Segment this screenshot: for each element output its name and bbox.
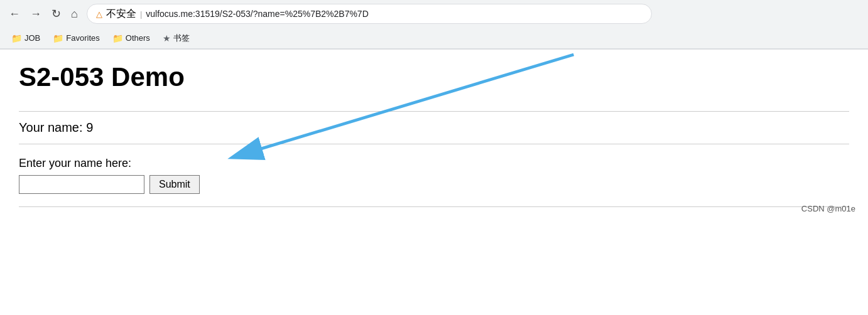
folder-icon: 📁 xyxy=(53,33,63,43)
your-name-section: Your name: 9 xyxy=(19,111,849,144)
page-wrapper: S2-053 Demo Your name: 9 Enter your name… xyxy=(0,50,868,220)
bookmark-shusign-label: 书签 xyxy=(173,33,190,44)
folder-icon: 📁 xyxy=(112,33,123,43)
your-name-value: 9 xyxy=(86,120,93,134)
bookmark-job[interactable]: 📁 JOB xyxy=(6,31,45,45)
folder-icon: 📁 xyxy=(11,33,22,43)
submit-button[interactable]: Submit xyxy=(149,175,200,194)
forward-button[interactable]: → xyxy=(28,6,44,22)
page-title: S2-053 Demo xyxy=(19,62,849,92)
bookmark-others[interactable]: 📁 Others xyxy=(107,31,155,45)
address-separator: | xyxy=(140,9,142,19)
address-text: vulfocus.me:31519/S2-053/?name=%25%7B2%2… xyxy=(146,9,369,19)
home-button[interactable]: ⌂ xyxy=(68,6,80,22)
bookmark-favorites-label: Favorites xyxy=(66,33,99,43)
address-bar[interactable]: △ 不安全 | vulfocus.me:31519/S2-053/?name=%… xyxy=(87,4,652,24)
reload-button[interactable]: ↻ xyxy=(49,6,63,22)
watermark: CSDN @m01e xyxy=(801,204,855,213)
page-content: S2-053 Demo Your name: 9 Enter your name… xyxy=(0,50,868,220)
bookmark-others-label: Others xyxy=(126,33,150,43)
your-name-label: Your name: xyxy=(19,120,83,134)
bookmarks-bar: 📁 JOB 📁 Favorites 📁 Others ★ 书签 xyxy=(0,28,868,49)
form-section: Enter your name here: Submit xyxy=(19,144,849,207)
security-label: 不安全 xyxy=(106,8,136,21)
bookmark-shusign[interactable]: ★ 书签 xyxy=(158,31,195,46)
nav-buttons: ← → ↻ ⌂ xyxy=(6,6,80,22)
bookmark-favorites[interactable]: 📁 Favorites xyxy=(48,31,104,45)
form-label: Enter your name here: xyxy=(19,157,849,170)
star-icon: ★ xyxy=(163,33,171,43)
bookmark-job-label: JOB xyxy=(24,33,40,43)
browser-chrome: ← → ↻ ⌂ △ 不安全 | vulfocus.me:31519/S2-053… xyxy=(0,0,868,50)
back-button[interactable]: ← xyxy=(6,6,23,22)
security-warning-icon: △ xyxy=(96,9,102,19)
name-input[interactable] xyxy=(19,175,144,194)
form-row: Submit xyxy=(19,175,849,194)
address-bar-row: ← → ↻ ⌂ △ 不安全 | vulfocus.me:31519/S2-053… xyxy=(0,0,868,28)
